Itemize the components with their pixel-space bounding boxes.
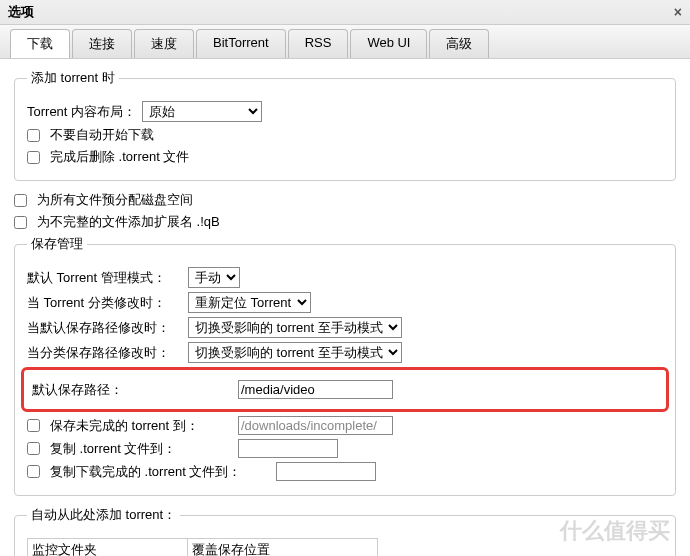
default-save-path-label: 默认保存路径： xyxy=(32,381,232,399)
window-title: 选项 xyxy=(8,3,34,21)
append-ext-checkbox[interactable] xyxy=(14,216,27,229)
dont-auto-start-checkbox[interactable] xyxy=(27,129,40,142)
content-area: 添加 torrent 时 Torrent 内容布局： 原始 不要自动开始下载 完… xyxy=(0,58,690,556)
category-path-changed-label: 当分类保存路径修改时： xyxy=(27,344,182,362)
default-path-changed-label: 当默认保存路径修改时： xyxy=(27,319,182,337)
default-path-changed-select[interactable]: 切换受影响的 torrent 至手动模式 xyxy=(188,317,402,338)
content-layout-select[interactable]: 原始 xyxy=(142,101,262,122)
default-mgmt-label: 默认 Torrent 管理模式： xyxy=(27,269,182,287)
fieldset-add-torrent: 添加 torrent 时 Torrent 内容布局： 原始 不要自动开始下载 完… xyxy=(14,69,676,181)
legend-add-torrent: 添加 torrent 时 xyxy=(27,69,119,87)
copy-finished-label: 复制下载完成的 .torrent 文件到： xyxy=(50,463,270,481)
delete-torrent-checkbox[interactable] xyxy=(27,151,40,164)
tab-connection[interactable]: 连接 xyxy=(72,29,132,58)
tab-webui[interactable]: Web UI xyxy=(350,29,427,58)
tab-advanced[interactable]: 高级 xyxy=(429,29,489,58)
category-changed-select[interactable]: 重新定位 Torrent xyxy=(188,292,311,313)
tab-speed[interactable]: 速度 xyxy=(134,29,194,58)
close-icon[interactable]: × xyxy=(674,4,682,20)
copy-finished-checkbox[interactable] xyxy=(27,465,40,478)
copy-torrent-checkbox[interactable] xyxy=(27,442,40,455)
col-monitor: 监控文件夹 xyxy=(28,539,188,557)
fieldset-save-manage: 保存管理 默认 Torrent 管理模式： 手动 当 Torrent 分类修改时… xyxy=(14,235,676,496)
tab-bittorrent[interactable]: BitTorrent xyxy=(196,29,286,58)
legend-auto-add: 自动从此处添加 torrent： xyxy=(27,506,180,524)
save-incomplete-label: 保存未完成的 torrent 到： xyxy=(50,417,232,435)
tab-rss[interactable]: RSS xyxy=(288,29,349,58)
save-incomplete-checkbox[interactable] xyxy=(27,419,40,432)
fieldset-auto-add: 自动从此处添加 torrent： 监控文件夹 覆盖保存位置 默认保存位置 xyxy=(14,506,676,556)
tab-download[interactable]: 下载 xyxy=(10,29,70,58)
save-incomplete-input xyxy=(238,416,393,435)
copy-torrent-input xyxy=(238,439,338,458)
delete-torrent-label: 完成后删除 .torrent 文件 xyxy=(50,148,189,166)
append-ext-label: 为不完整的文件添加扩展名 .!qB xyxy=(37,213,220,231)
copy-finished-input xyxy=(276,462,376,481)
default-mgmt-select[interactable]: 手动 xyxy=(188,267,240,288)
copy-torrent-label: 复制 .torrent 文件到： xyxy=(50,440,232,458)
tab-bar: 下载 连接 速度 BitTorrent RSS Web UI 高级 xyxy=(0,25,690,58)
category-changed-label: 当 Torrent 分类修改时： xyxy=(27,294,182,312)
preallocate-checkbox[interactable] xyxy=(14,194,27,207)
default-save-path-highlight: 默认保存路径： xyxy=(21,367,669,412)
col-override: 覆盖保存位置 xyxy=(188,539,378,557)
dont-auto-start-label: 不要自动开始下载 xyxy=(50,126,154,144)
legend-save-manage: 保存管理 xyxy=(27,235,87,253)
auto-add-table: 监控文件夹 覆盖保存位置 默认保存位置 xyxy=(27,538,378,556)
content-layout-label: Torrent 内容布局： xyxy=(27,103,136,121)
category-path-changed-select[interactable]: 切换受影响的 torrent 至手动模式 xyxy=(188,342,402,363)
preallocate-label: 为所有文件预分配磁盘空间 xyxy=(37,191,193,209)
default-save-path-input[interactable] xyxy=(238,380,393,399)
